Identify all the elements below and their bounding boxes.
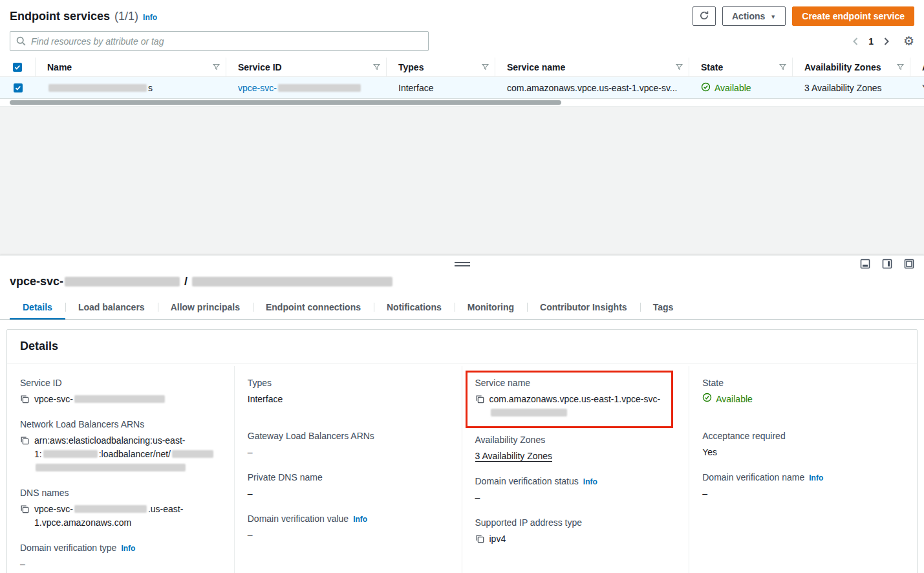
details-column-1: Service ID vpce-svc- Network Load Balanc… [7, 366, 235, 573]
column-header-state[interactable]: State [689, 58, 793, 77]
panel-position-side-icon[interactable] [882, 259, 892, 269]
select-all-checkbox[interactable] [13, 63, 22, 72]
redacted-text [172, 450, 213, 458]
next-page-button[interactable] [883, 37, 890, 46]
redacted-text [192, 277, 392, 286]
field-dns-names: DNS names vpce-svc-.us-east- 1.vpce.amaz… [20, 488, 221, 530]
cell-service-id: vpce-svc- [226, 83, 387, 93]
field-types: Types Interface [248, 378, 449, 406]
field-domain-verification-status: Domain verification statusInfo – [475, 476, 676, 504]
copy-icon[interactable] [475, 395, 484, 404]
filter-icon[interactable] [372, 63, 381, 73]
field-supported-ip-address-type: Supported IP address type ipv4 [475, 517, 676, 546]
column-header-availability-zones[interactable]: Availability Zones [793, 58, 910, 77]
cell-name: s [36, 83, 226, 93]
endpoint-services-list-section: Endpoint services (1/1) Info Actions ▼ C… [0, 0, 924, 106]
tab-load-balancers[interactable]: Load balancers [65, 296, 158, 319]
tab-endpoint-connections[interactable]: Endpoint connections [253, 296, 374, 319]
details-section-title: Details [20, 340, 904, 353]
redacted-text [74, 505, 147, 513]
page-title: Endpoint services [10, 10, 110, 23]
horizontal-scrollbar [0, 99, 924, 106]
field-service-id: Service ID vpce-svc- [20, 378, 221, 406]
column-header-service-id[interactable]: Service ID [226, 58, 387, 77]
info-link[interactable]: Info [353, 515, 367, 524]
tab-bar: Details Load balancers Allow principals … [0, 296, 924, 320]
table-toolbar: 1 ⚙ [0, 30, 924, 58]
row-checkbox-cell [0, 83, 36, 92]
check-circle-icon [702, 393, 712, 406]
tab-details[interactable]: Details [10, 296, 65, 319]
filter-icon[interactable] [481, 63, 489, 73]
cell-acceptance-truncated: Y [910, 83, 924, 93]
copy-icon[interactable] [20, 504, 29, 514]
state-text: Available [714, 83, 751, 93]
resize-handle-icon[interactable] [455, 262, 470, 266]
annotation-highlight-box: Service name com.amazonaws.vpce.us-east-… [466, 371, 674, 428]
copy-icon[interactable] [20, 395, 29, 404]
refresh-button[interactable] [693, 6, 716, 26]
create-endpoint-service-button[interactable]: Create endpoint service [792, 6, 914, 26]
cell-types: Interface [387, 83, 495, 93]
table-header-row: Name Service ID Types Service name State… [0, 58, 924, 77]
tab-tags[interactable]: Tags [640, 296, 687, 319]
column-header-types[interactable]: Types [387, 58, 495, 77]
column-header-service-name[interactable]: Service name [495, 58, 689, 77]
table-row[interactable]: s vpce-svc- Interface com.amazonaws.vpce… [0, 77, 924, 99]
panel-position-bottom-icon[interactable] [860, 259, 870, 269]
availability-zones-popover-trigger[interactable]: 3 Availability Zones [804, 83, 882, 93]
search-icon [16, 36, 27, 49]
details-card: Details Service ID vpce-svc- Network Loa… [6, 329, 918, 573]
details-column-4: State Available Acceptance required Yes [689, 366, 917, 573]
info-link[interactable]: Info [121, 544, 135, 553]
field-availability-zones: Availability Zones 3 Availability Zones [475, 435, 676, 463]
copy-icon[interactable] [475, 534, 484, 543]
filter-icon[interactable] [212, 63, 220, 73]
panel-maximize-icon[interactable] [904, 259, 914, 269]
copy-icon[interactable] [20, 436, 29, 445]
refresh-icon [699, 10, 709, 23]
field-acceptance-required: Acceptance required Yes [702, 431, 904, 459]
details-column-3: Service name com.amazonaws.vpce.us-east-… [462, 366, 690, 573]
filter-icon[interactable] [675, 63, 683, 73]
row-checkbox[interactable] [14, 83, 23, 92]
details-column-2: Types Interface Gateway Load Balancers A… [235, 366, 462, 573]
service-id-link[interactable]: vpce-svc- [238, 83, 362, 93]
filter-icon[interactable] [896, 63, 905, 73]
state-text: Available [716, 393, 753, 406]
horizontal-scrollbar-thumb[interactable] [10, 100, 561, 105]
actions-label: Actions [732, 11, 765, 21]
info-link[interactable]: Info [809, 473, 823, 482]
chevron-down-icon: ▼ [770, 14, 776, 20]
split-panel-controls [0, 255, 924, 272]
actions-button[interactable]: Actions ▼ [722, 6, 786, 26]
search-box [10, 31, 429, 51]
field-domain-verification-type: Domain verification typeInfo – [20, 543, 221, 571]
field-service-name: Service name com.amazonaws.vpce.us-east-… [475, 378, 664, 420]
cell-service-name: com.amazonaws.vpce.us-east-1.vpce-sv... [495, 83, 689, 93]
create-label: Create endpoint service [802, 11, 905, 21]
split-panel: vpce-svc- / Details Load balancers Allow… [0, 255, 924, 573]
previous-page-button[interactable] [852, 37, 859, 46]
select-all-checkbox-cell [0, 58, 36, 77]
resource-count: (1/1) [114, 10, 138, 23]
field-state: State Available [702, 378, 904, 406]
search-input[interactable] [10, 31, 429, 51]
tab-allow-principals[interactable]: Allow principals [158, 296, 253, 319]
page-number[interactable]: 1 [868, 36, 874, 47]
tab-monitoring[interactable]: Monitoring [455, 296, 527, 319]
availability-zones-popover-trigger[interactable]: 3 Availability Zones [475, 451, 553, 462]
redacted-text [48, 84, 147, 92]
preferences-gear-icon[interactable]: ⚙ [903, 35, 914, 47]
info-link[interactable]: Info [583, 477, 597, 486]
filter-icon[interactable] [779, 63, 787, 73]
field-private-dns-name: Private DNS name – [248, 472, 449, 501]
column-header-name[interactable]: Name [36, 58, 226, 77]
tab-notifications[interactable]: Notifications [374, 296, 455, 319]
column-header-acceptance-truncated[interactable]: A [910, 58, 924, 77]
redacted-text [43, 450, 98, 458]
info-link[interactable]: Info [143, 13, 157, 22]
redacted-text [65, 277, 180, 286]
field-domain-verification-value: Domain verification valueInfo – [248, 514, 449, 542]
tab-contributor-insights[interactable]: Contributor Insights [527, 296, 640, 319]
